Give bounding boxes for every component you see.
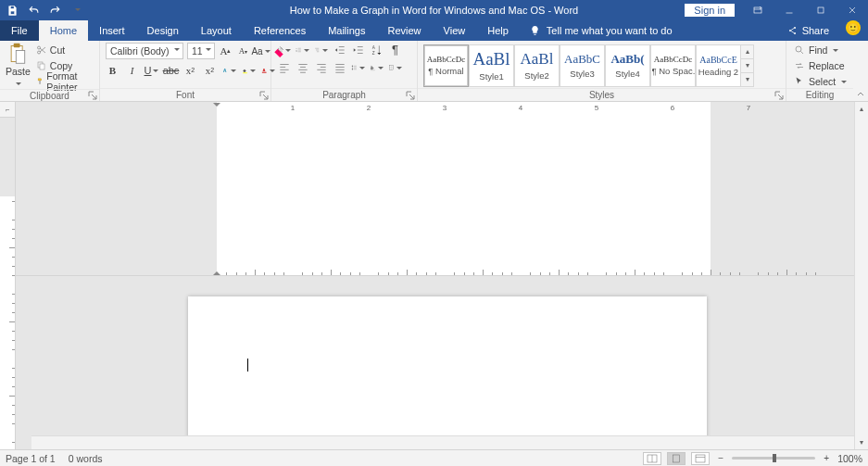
svg-rect-8 — [14, 44, 20, 47]
format-painter-button[interactable]: Format Painter — [34, 75, 94, 89]
align-right-icon[interactable] — [314, 60, 328, 74]
svg-rect-14 — [38, 79, 42, 81]
change-case-icon[interactable]: Aa — [254, 44, 268, 58]
group-clipboard: Paste Cut Copy Format Painter Clipboard — [0, 41, 100, 101]
tab-view[interactable]: View — [433, 20, 477, 41]
styles-dialog-launcher-icon[interactable] — [774, 91, 784, 100]
multilevel-list-icon[interactable] — [314, 43, 328, 57]
replace-icon — [794, 60, 805, 71]
share-button[interactable]: Share — [778, 20, 838, 41]
save-icon[interactable] — [6, 4, 19, 18]
find-button[interactable]: Find — [792, 43, 840, 57]
style-heading2[interactable]: AaBbCcEHeading 2 — [696, 44, 741, 87]
svg-rect-28 — [371, 69, 375, 70]
select-button[interactable]: Select — [792, 74, 849, 88]
shrink-font-icon[interactable]: A▾ — [236, 44, 250, 58]
style-normal[interactable]: AaBbCcDc¶ Normal — [423, 44, 469, 87]
document-page[interactable] — [188, 296, 707, 449]
collapse-ribbon-icon[interactable] — [853, 41, 868, 101]
maximize-icon[interactable] — [805, 0, 837, 20]
zoom-slider-thumb[interactable] — [773, 454, 776, 462]
feedback-smiley-icon[interactable]: 🙂 — [846, 20, 861, 35]
svg-text:Z: Z — [371, 50, 374, 55]
view-read-mode-icon[interactable] — [643, 452, 661, 465]
paragraph-dialog-launcher-icon[interactable] — [406, 91, 415, 100]
tab-references[interactable]: References — [243, 20, 317, 41]
bullets-icon[interactable] — [277, 43, 291, 57]
view-web-layout-icon[interactable] — [691, 452, 710, 465]
ribbon: Paste Cut Copy Format Painter Clipboard … — [0, 41, 868, 102]
borders-icon[interactable] — [388, 60, 402, 74]
numbering-icon[interactable]: 123 — [296, 43, 309, 57]
status-words[interactable]: 0 words — [69, 453, 103, 464]
vertical-ruler[interactable] — [0, 118, 16, 449]
vertical-scrollbar[interactable]: ▴ ▾ — [854, 102, 868, 449]
tab-file[interactable]: File — [0, 20, 39, 41]
decrease-indent-icon[interactable] — [333, 43, 346, 57]
sort-icon[interactable]: AZ — [370, 43, 384, 57]
strikethrough-icon[interactable]: abc — [164, 63, 178, 77]
tab-design[interactable]: Design — [136, 20, 190, 41]
style-style4[interactable]: AaBb(Style4 — [605, 44, 650, 87]
ribbon-display-options-icon[interactable] — [742, 0, 774, 20]
tell-me-search[interactable]: Tell me what you want to do — [520, 20, 682, 41]
zoom-in-button[interactable]: + — [821, 453, 832, 464]
qat-customize-icon[interactable] — [69, 4, 83, 18]
align-center-icon[interactable] — [296, 60, 309, 74]
styles-gallery-more[interactable]: ▴▾▾ — [741, 44, 754, 87]
font-dialog-launcher-icon[interactable] — [259, 91, 269, 100]
zoom-slider[interactable] — [732, 457, 815, 460]
shading-icon[interactable] — [370, 60, 384, 74]
tab-home[interactable]: Home — [39, 20, 88, 41]
style-style1[interactable]: AaBlStyle1 — [469, 44, 514, 87]
tab-insert[interactable]: Insert — [88, 20, 136, 41]
tab-help[interactable]: Help — [476, 20, 520, 41]
italic-button[interactable]: I — [125, 63, 139, 77]
svg-rect-0 — [10, 6, 14, 8]
ruler-corner[interactable]: ⌐ — [0, 102, 16, 118]
share-icon — [787, 25, 799, 36]
cut-button[interactable]: Cut — [34, 44, 94, 57]
tab-layout[interactable]: Layout — [190, 20, 243, 41]
grow-font-icon[interactable]: A▴ — [219, 44, 233, 58]
underline-button[interactable]: U — [145, 63, 158, 77]
scroll-up-icon[interactable]: ▴ — [855, 102, 868, 116]
highlight-icon[interactable] — [242, 63, 256, 77]
status-page[interactable]: Page 1 of 1 — [6, 453, 56, 464]
increase-indent-icon[interactable] — [351, 43, 365, 57]
style-no-spacing[interactable]: AaBbCcDc¶ No Spac... — [650, 44, 696, 87]
minimize-icon[interactable] — [774, 0, 805, 20]
sign-in-button[interactable]: Sign in — [685, 4, 735, 17]
view-print-layout-icon[interactable] — [667, 452, 686, 465]
zoom-out-button[interactable]: − — [715, 453, 726, 464]
bold-button[interactable]: B — [106, 63, 120, 77]
tab-mailings[interactable]: Mailings — [317, 20, 376, 41]
svg-text:A: A — [223, 68, 227, 72]
paste-button[interactable]: Paste — [6, 43, 31, 89]
justify-icon[interactable] — [333, 60, 346, 74]
zoom-level[interactable]: 100% — [837, 453, 862, 464]
redo-icon[interactable] — [48, 4, 62, 18]
font-name-combo[interactable]: Calibri (Body) — [106, 43, 183, 59]
superscript-icon[interactable]: x2 — [203, 63, 217, 77]
page-canvas[interactable] — [16, 276, 868, 449]
style-style2[interactable]: AaBlStyle2 — [514, 44, 560, 87]
align-left-icon[interactable] — [277, 60, 291, 74]
horizontal-scrollbar[interactable] — [31, 435, 854, 449]
clipboard-dialog-launcher-icon[interactable] — [88, 91, 97, 100]
replace-button[interactable]: Replace — [792, 58, 847, 72]
show-marks-icon[interactable]: ¶ — [388, 43, 402, 57]
horizontal-ruler[interactable]: 1234567 — [16, 102, 868, 276]
text-effects-icon[interactable]: A — [222, 63, 236, 77]
paste-dropdown-icon[interactable] — [14, 78, 21, 89]
undo-icon[interactable] — [27, 4, 41, 18]
tab-review[interactable]: Review — [377, 20, 433, 41]
subscript-icon[interactable]: x2 — [183, 63, 197, 77]
close-icon[interactable] — [837, 0, 868, 20]
scroll-down-icon[interactable]: ▾ — [855, 435, 868, 449]
svg-point-6 — [794, 32, 796, 34]
style-style3[interactable]: AaBbCStyle3 — [560, 44, 605, 87]
font-size-combo[interactable]: 11 — [187, 43, 215, 59]
paste-label: Paste — [6, 66, 31, 77]
line-spacing-icon[interactable] — [351, 60, 365, 74]
